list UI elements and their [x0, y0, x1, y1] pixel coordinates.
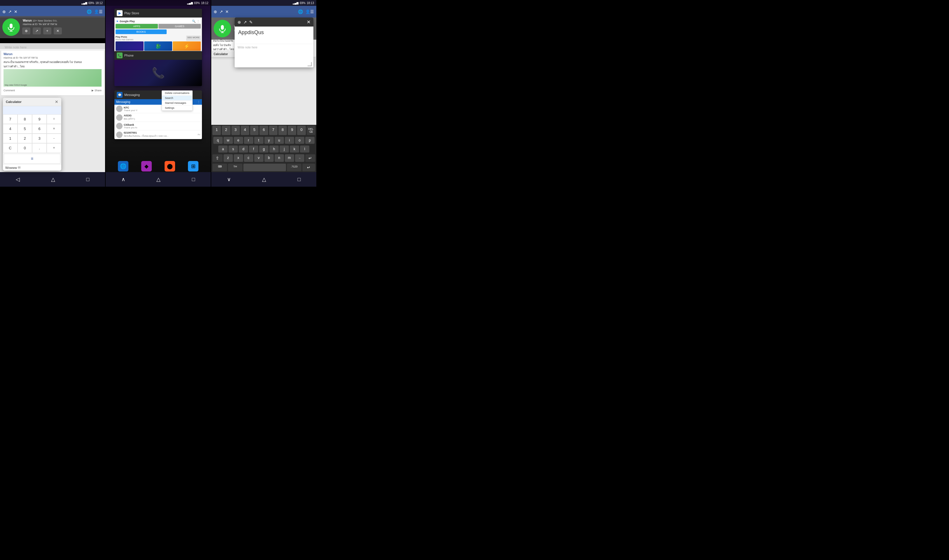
key-r[interactable]: r	[244, 137, 253, 144]
key-0[interactable]: 0	[297, 126, 305, 135]
calc-2[interactable]: 2	[17, 134, 32, 143]
back-button-2[interactable]: ∧	[122, 176, 125, 183]
key-k[interactable]: k	[290, 146, 299, 152]
back-button-1[interactable]: ◁	[16, 176, 20, 183]
key-symbols[interactable]: .?123	[287, 164, 302, 171]
key-4[interactable]: 4	[241, 126, 249, 135]
key-q[interactable]: q	[213, 137, 223, 144]
key-lang[interactable]: TH	[228, 164, 242, 171]
calc-div[interactable]: ÷	[47, 114, 61, 124]
globe-icon-3[interactable]: 🌐	[298, 9, 303, 14]
calc-8[interactable]: 8	[17, 114, 32, 124]
key-y[interactable]: y	[264, 137, 274, 144]
record-button-1[interactable]: ⊕	[22, 28, 30, 34]
home-button-1[interactable]: △	[51, 176, 55, 183]
globe-icon-1[interactable]: 🌐	[87, 9, 92, 14]
recents-button-1[interactable]: □	[86, 177, 89, 183]
move-icon-1[interactable]: ⊕	[2, 9, 6, 14]
msg-row-ais[interactable]: AIS3G คุณ (อปิรา)	[114, 113, 202, 122]
game-thumb-3[interactable]: ⚡	[173, 42, 201, 51]
calc-4[interactable]: 4	[3, 124, 17, 134]
home-button-2[interactable]: △	[156, 176, 160, 183]
play-search-icon[interactable]: 🔍	[192, 20, 196, 23]
back-button-3[interactable]: ∨	[227, 176, 231, 183]
key-7[interactable]: 7	[269, 126, 277, 135]
dock-app2[interactable]: ◆	[141, 161, 152, 171]
key-c[interactable]: c	[244, 154, 253, 162]
key-x[interactable]: x	[234, 154, 243, 162]
calc-0[interactable]: 0	[17, 143, 32, 153]
messaging-card[interactable]: 💬 Messaging Messaging ✦ ⋮ Delete convers…	[114, 91, 202, 139]
appdisqus-close-icon[interactable]: ✕	[307, 19, 311, 25]
close-icon-3[interactable]: ✕	[225, 9, 229, 14]
share-icon-1[interactable]: ↗	[8, 9, 12, 14]
share-action-1[interactable]: ↗	[33, 28, 41, 34]
key-u[interactable]: u	[274, 137, 284, 144]
game-thumb-1[interactable]	[116, 42, 143, 51]
dock-globe[interactable]: 🌐	[118, 161, 128, 171]
dock-app3[interactable]: ⬤	[165, 161, 175, 171]
recents-button-2[interactable]: □	[192, 177, 195, 183]
calc-c[interactable]: C	[3, 143, 17, 153]
comment-button-1[interactable]: Comment	[3, 89, 15, 92]
home-button-3[interactable]: △	[262, 176, 266, 183]
key-2[interactable]: 2	[222, 126, 230, 135]
key-t[interactable]: t	[254, 137, 263, 144]
key-keyboard[interactable]: ⌨	[213, 164, 227, 171]
key-n[interactable]: n	[274, 154, 284, 162]
dock-app4[interactable]: ⊞	[188, 161, 199, 171]
key-b[interactable]: b	[264, 154, 274, 162]
key-z[interactable]: z	[223, 154, 233, 162]
key-d[interactable]: d	[239, 146, 248, 152]
key-m[interactable]: m	[285, 154, 294, 162]
calc-close-1[interactable]: ✕	[55, 100, 59, 104]
profile-icon-3[interactable]: 👤☰	[305, 9, 314, 14]
key-h[interactable]: h	[270, 146, 279, 152]
calc-5[interactable]: 5	[17, 124, 32, 134]
key-p[interactable]: p	[305, 137, 314, 144]
key-s[interactable]: s	[228, 146, 238, 152]
key-l[interactable]: l	[300, 146, 309, 152]
key-5[interactable]: 5	[250, 126, 259, 135]
voice-button-3[interactable]	[214, 20, 231, 37]
key-shift[interactable]: ⇧	[213, 154, 223, 162]
calc-add[interactable]: +	[47, 143, 61, 153]
appdisqus-share-icon[interactable]: ↗	[243, 20, 247, 25]
play-tab-games[interactable]: GAMES	[159, 24, 201, 29]
play-menu-icon[interactable]: ⋮	[197, 20, 200, 23]
msg-menu-settings[interactable]: Settings	[162, 106, 192, 111]
msg-row-021[interactable]: 021007001 บัตรเติมเงิน500u. เป็นของคุณแล…	[114, 130, 202, 139]
calc-sub[interactable]: -	[47, 134, 61, 143]
key-comma-dot[interactable]: .,	[295, 154, 304, 162]
key-enter[interactable]: ↵	[305, 154, 316, 162]
dismiss-action-1[interactable]: ✕	[54, 28, 62, 34]
voice-button-1[interactable]	[2, 18, 20, 36]
calc-9[interactable]: 9	[32, 114, 47, 124]
calc-mul[interactable]: ×	[47, 124, 61, 134]
see-more-button[interactable]: SEE MORE	[186, 35, 201, 41]
add-action-1[interactable]: +	[43, 28, 51, 34]
key-w[interactable]: w	[223, 137, 233, 144]
calc-dot[interactable]: .	[32, 143, 47, 153]
calc-equals[interactable]: =	[4, 154, 60, 164]
calc-6[interactable]: 6	[32, 124, 47, 134]
key-o[interactable]: o	[295, 137, 304, 144]
key-e[interactable]: e	[234, 137, 243, 144]
key-a[interactable]: a	[218, 146, 228, 152]
profile-icon-1[interactable]: 👤☰	[94, 9, 103, 14]
key-del[interactable]: DEL ⌫	[307, 126, 315, 135]
appdisqus-edit-icon[interactable]: ✎	[249, 20, 253, 25]
msg-row-citibank[interactable]: Citibank Thank you fo	[114, 122, 202, 130]
key-f[interactable]: f	[249, 146, 258, 152]
calc-3[interactable]: 3	[32, 134, 47, 143]
share-button-1[interactable]: ▶ Share	[92, 89, 102, 92]
key-space[interactable]	[243, 164, 286, 171]
key-j[interactable]: j	[280, 146, 289, 152]
move-icon-3[interactable]: ⊕	[214, 9, 217, 14]
appdisqus-note[interactable]: Write note here	[235, 44, 313, 68]
close-icon-1[interactable]: ✕	[14, 9, 17, 14]
messaging-menu-icon[interactable]: ⋮	[197, 100, 200, 103]
play-store-card[interactable]: ▶ Play Store ▶ Google Play 🔍 ⋮ APPS GAME…	[114, 9, 202, 52]
share-icon-3[interactable]: ↗	[219, 9, 223, 14]
msg-menu-starred[interactable]: Starred messages	[162, 101, 192, 106]
